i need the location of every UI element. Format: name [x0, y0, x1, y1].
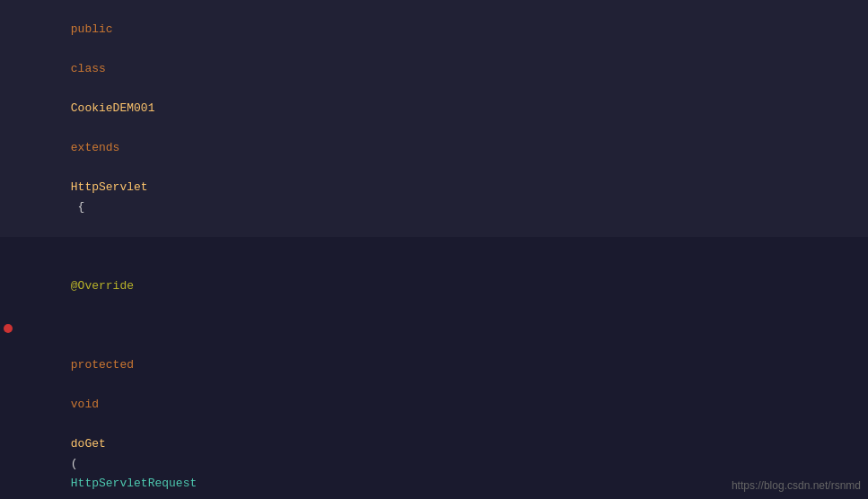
class-name: CookieDEM001	[71, 101, 155, 115]
keyword-class: class	[71, 62, 106, 75]
watermark: https://blog.csdn.net/rsnmd	[732, 479, 861, 492]
line-content-3: protected void doGet ( HttpServletReques…	[25, 316, 868, 499]
keyword-public: public	[71, 22, 113, 36]
code-editor: public class CookieDEM001 extends HttpSe…	[0, 0, 868, 499]
keyword-extends: extends	[71, 141, 120, 154]
keyword-void: void	[71, 398, 99, 411]
code-line-2: @Override	[0, 237, 868, 316]
line-content-1: public class CookieDEM001 extends HttpSe…	[25, 0, 868, 237]
parent-class: HttpServlet	[71, 180, 148, 194]
code-line-1: public class CookieDEM001 extends HttpSe…	[0, 0, 868, 237]
breakpoint-indicator	[4, 324, 13, 333]
keyword-protected: protected	[71, 358, 134, 372]
code-line-3: protected void doGet ( HttpServletReques…	[0, 316, 868, 499]
annotation-override: @Override	[71, 279, 134, 293]
line-content-2: @Override	[25, 237, 868, 316]
type-request: HttpServletRequest	[71, 477, 197, 490]
method-doget: doGet	[71, 437, 106, 451]
